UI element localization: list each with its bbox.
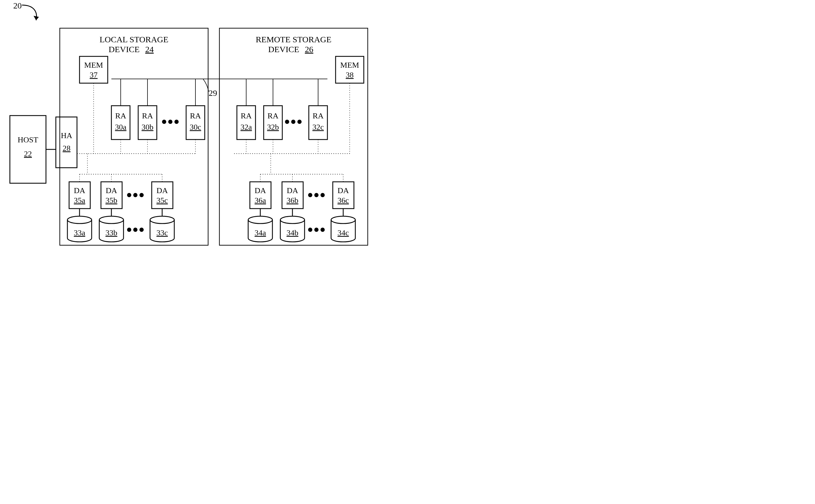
cyl-local-ref-1: 33b [105,228,117,237]
local-title2: DEVICE [109,45,140,54]
ra-local-label-2: RA [190,111,201,120]
da-remote-label-2: DA [337,186,349,195]
remote-ref: 26 [305,45,313,54]
cyl-local-2-top [150,216,174,224]
system-ref: 20 [13,1,22,10]
da-remote-ref-2: 36c [337,196,349,205]
da-local-ref-1: 35b [105,196,117,205]
ha-box [56,117,77,168]
cyl-remote-1-top [280,216,304,224]
ra-remote-ref-1: 32b [267,123,279,131]
cyl-local-ref-0: 33a [74,228,85,237]
ra-remote-label-1: RA [268,111,279,120]
ha-ref: 28 [63,144,70,152]
cyl-remote-ellipsis-dot-2 [321,228,325,232]
ra-local-ellipsis-dot-1 [168,120,173,124]
da-local-ref-0: 35a [74,196,85,205]
da-remote-label-1: DA [287,186,298,195]
da-remote-ellipsis-dot-0 [308,193,312,197]
host-label: HOST [17,135,38,144]
da-local-label-1: DA [106,186,117,195]
da-local-ref-2: 35c [156,196,168,205]
da-local-label-0: DA [74,186,85,195]
cyl-local-ellipsis-dot-2 [140,228,144,232]
local-title1: LOCAL STORAGE [100,35,168,44]
mem-remote-ref: 38 [346,70,353,79]
mem-local-label: MEM [84,61,103,69]
ra-local-ref-0: 30a [115,123,127,131]
mem-remote-label: MEM [340,61,359,69]
ra-local-ellipsis-dot-0 [162,120,166,124]
cyl-local-1-top [99,216,123,224]
link-29-ref: 29 [209,88,217,98]
remote-title2: DEVICE [268,45,299,54]
mem-local-ref: 37 [90,70,98,79]
ra-remote-ellipsis-dot-0 [285,120,289,124]
ra-remote-label-0: RA [241,111,252,120]
cyl-local-0-top [67,216,92,224]
local-ref: 24 [145,45,154,54]
remote-title1: REMOTE STORAGE [256,35,332,44]
da-local-ellipsis-dot-0 [127,193,131,197]
da-remote-ref-0: 36a [255,196,266,205]
da-local-ellipsis-dot-2 [140,193,144,197]
da-remote-ellipsis-dot-1 [314,193,319,197]
cyl-remote-ellipsis-dot-0 [308,228,312,232]
da-local-ellipsis-dot-1 [133,193,138,197]
ra-remote-ellipsis-dot-1 [291,120,295,124]
cyl-remote-0-top [248,216,272,224]
ra-local-label-1: RA [142,111,153,120]
ha-label: HA [61,131,72,140]
da-remote-ellipsis-dot-2 [321,193,325,197]
cyl-local-ellipsis-dot-0 [127,228,131,232]
cyl-remote-ref-2: 34c [337,228,349,237]
cyl-local-ellipsis-dot-1 [133,228,138,232]
cyl-remote-2-top [331,216,355,224]
da-remote-ref-1: 36b [286,196,298,205]
ra-remote-label-2: RA [313,111,324,120]
system-arrow-shaft [22,5,37,20]
cyl-remote-ref-0: 34a [255,228,266,237]
da-remote-label-0: DA [255,186,266,195]
ra-local-ref-2: 30c [190,123,201,131]
system-arrow-head [34,16,39,20]
cyl-remote-ref-1: 34b [286,228,298,237]
cyl-local-ref-2: 33c [156,228,168,237]
cyl-remote-ellipsis-dot-1 [314,228,319,232]
ra-local-ref-1: 30b [142,123,153,131]
ra-remote-ref-2: 32c [312,123,324,131]
da-local-label-2: DA [156,186,168,195]
host-ref: 22 [24,149,32,158]
ra-remote-ref-0: 32a [240,123,252,131]
ra-local-ellipsis-dot-2 [174,120,179,124]
ra-remote-ellipsis-dot-2 [297,120,302,124]
ra-local-label-0: RA [115,111,127,120]
